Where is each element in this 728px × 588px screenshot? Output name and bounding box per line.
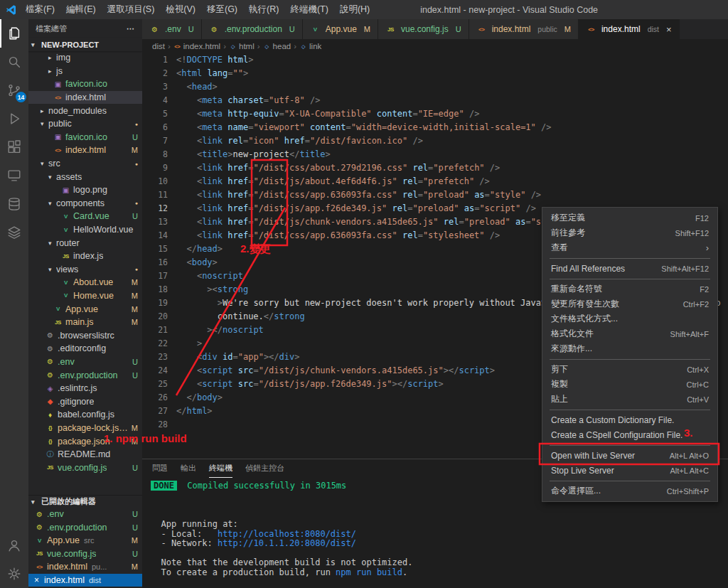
tree-item[interactable]: VApp.vueM [28, 302, 142, 316]
breadcrumb-item[interactable]: ◇head [263, 42, 291, 50]
close-icon[interactable]: × [666, 24, 672, 35]
open-editor-item[interactable]: ×index.htmldist [28, 574, 142, 587]
tree-item[interactable]: VCard.vueU [28, 210, 142, 223]
context-menu-item[interactable]: Create a CSpell Configuration File. [542, 427, 717, 442]
context-menu-item[interactable]: 移至定義F12 [542, 210, 717, 225]
tree-item[interactable]: ▸js [28, 65, 142, 78]
menu-item[interactable]: 檔案(F) [20, 0, 60, 19]
code-line[interactable]: 11 <link href="/dist/css/app.636093fa.cs… [142, 188, 728, 202]
tree-item[interactable]: ⚙.browserslistrc [28, 328, 142, 342]
breadcrumb-item[interactable]: dist [152, 42, 165, 50]
explorer-icon[interactable] [0, 19, 28, 48]
editor-tab[interactable]: <>index.htmldist× [579, 19, 680, 39]
tree-item[interactable]: VHelloWorld.vue [28, 223, 142, 237]
open-editor-item[interactable]: <>index.htmlpu...M [28, 560, 142, 574]
menu-item[interactable]: 說明(H) [334, 0, 375, 19]
tree-item[interactable]: JSvue.config.jsU [28, 461, 142, 474]
editor-tab[interactable]: <>index.htmlpublicM [469, 19, 579, 39]
menu-item[interactable]: 執行(R) [243, 0, 284, 19]
context-menu-item[interactable]: 來源動作... [542, 341, 717, 356]
context-menu-item[interactable]: 前往參考Shift+F12 [542, 225, 717, 240]
tree-item[interactable]: ▣favicon.ico [28, 77, 142, 91]
tree-item[interactable]: ▾public● [28, 117, 142, 131]
editor-tab[interactable]: JSvue.config.jsU [378, 19, 469, 39]
code-line[interactable]: 4 <meta charset="utf-8" /> [142, 94, 728, 107]
source-control-icon[interactable]: 14 [0, 76, 28, 105]
tree-item[interactable]: ▾components● [28, 197, 142, 210]
context-menu-item[interactable]: 變更所有發生次數Ctrl+F2 [542, 296, 717, 311]
tree-item[interactable]: ▾assets [28, 170, 142, 183]
menu-item[interactable]: 編輯(E) [60, 0, 102, 19]
project-root-row[interactable]: ▾ NEW-PROJECT [28, 38, 142, 51]
code-line[interactable]: 8 <title>new-project</title> [142, 148, 728, 161]
database-icon[interactable] [0, 190, 28, 218]
open-editor-item[interactable]: ⚙.envU [28, 508, 142, 521]
context-menu-item[interactable]: 重新命名符號F2 [542, 282, 717, 296]
tree-item[interactable]: ⚙.env.productionU [28, 368, 142, 382]
code-line[interactable]: 9 <link href="/dist/css/about.279d2196.c… [142, 161, 728, 175]
breadcrumb-item[interactable]: ◇link [299, 42, 321, 50]
tree-item[interactable]: ▾src● [28, 157, 142, 171]
tree-item[interactable]: <>index.htmlM [28, 144, 142, 157]
code-line[interactable]: 6 <meta name="viewport" content="width=d… [142, 121, 728, 134]
more-actions-icon[interactable]: ⋯ [127, 24, 135, 33]
tree-item[interactable]: {}package-lock.jsonM [28, 422, 142, 435]
context-menu-item[interactable]: 文件格式化方式... [542, 311, 717, 326]
tree-item[interactable]: ▣logo.png [28, 183, 142, 197]
code-line[interactable]: 3 <head> [142, 80, 728, 94]
context-menu-item[interactable]: 貼上Ctrl+V [542, 392, 717, 407]
extensions-icon[interactable] [0, 133, 28, 161]
context-menu-item[interactable]: Create a Custom Dictionary File. [542, 412, 717, 427]
code-line[interactable]: 7 <link rel="icon" href="/dist/favicon.i… [142, 134, 728, 148]
tree-item[interactable]: ▣favicon.icoU [28, 131, 142, 144]
tree-item[interactable]: VHome.vueM [28, 289, 142, 303]
layers-icon[interactable] [0, 218, 28, 247]
tree-item[interactable]: ▸node_modules [28, 104, 142, 117]
open-editor-item[interactable]: JSvue.config.jsU [28, 547, 142, 561]
search-icon[interactable] [0, 48, 28, 76]
open-editor-item[interactable]: VApp.vuesrcM [28, 534, 142, 547]
tree-item[interactable]: ◆.gitignore [28, 395, 142, 408]
tree-item[interactable]: VAbout.vueM [28, 276, 142, 289]
context-menu-item[interactable]: 複製Ctrl+C [542, 377, 717, 392]
tree-item[interactable]: ▸img [28, 51, 142, 65]
context-menu-item[interactable]: 剪下Ctrl+X [542, 362, 717, 377]
tree-item[interactable]: ⓘREADME.md [28, 448, 142, 461]
run-debug-icon[interactable] [0, 105, 28, 133]
menu-item[interactable]: 檢視(V) [160, 0, 201, 19]
panel-tab[interactable]: 問題 [152, 459, 168, 478]
context-menu-item[interactable]: 命令選擇區...Ctrl+Shift+P [542, 483, 717, 498]
tree-item[interactable]: {}package.jsonM [28, 434, 142, 448]
menu-item[interactable]: 終端機(T) [284, 0, 333, 19]
tree-item[interactable]: <>index.html [28, 91, 142, 105]
context-menu-item[interactable]: 格式化文件Shift+Alt+F [542, 326, 717, 341]
code-line[interactable]: 2<html lang=""> [142, 67, 728, 80]
account-icon[interactable] [0, 531, 28, 560]
close-icon[interactable]: × [34, 575, 44, 585]
context-menu-item[interactable]: Stop Live ServerAlt+L Alt+C [542, 463, 717, 478]
context-menu-item[interactable]: Open with Live ServerAlt+L Alt+O [542, 448, 717, 463]
code-line[interactable]: 5 <meta http-equiv="X-UA-Compatible" con… [142, 107, 728, 121]
menu-item[interactable]: 移至(G) [201, 0, 243, 19]
editor-tab[interactable]: VApp.vueM [303, 19, 378, 39]
settings-gear-icon[interactable] [0, 560, 28, 588]
editor-tab[interactable]: ⚙.env.productionU [202, 19, 303, 39]
code-line[interactable]: 1<!DOCTYPE html> [142, 53, 728, 67]
remote-explorer-icon[interactable] [0, 161, 28, 190]
breadcrumb-item[interactable]: <>index.html [173, 42, 220, 50]
panel-tab[interactable]: 終端機 [209, 459, 232, 478]
tree-item[interactable]: ▾views● [28, 263, 142, 277]
editor-tab[interactable]: ⚙.envU [142, 19, 202, 39]
tree-item[interactable]: ♦babel.config.js [28, 408, 142, 422]
tree-item[interactable]: ◈.eslintrc.js [28, 382, 142, 395]
context-menu-item[interactable]: 查看› [542, 240, 717, 255]
open-editor-item[interactable]: ⚙.env.productionU [28, 521, 142, 535]
tree-item[interactable]: ▾router [28, 236, 142, 250]
panel-tab[interactable]: 輸出 [181, 459, 196, 478]
panel-tab[interactable]: 偵錯主控台 [245, 459, 284, 478]
tree-item[interactable]: ⚙.editorconfig [28, 342, 142, 356]
tree-item[interactable]: ⚙.envU [28, 356, 142, 369]
tree-item[interactable]: JSmain.jsM [28, 316, 142, 329]
breadcrumb-item[interactable]: ◇html [229, 42, 255, 50]
context-menu-item[interactable]: Find All ReferencesShift+Alt+F12 [542, 261, 717, 276]
